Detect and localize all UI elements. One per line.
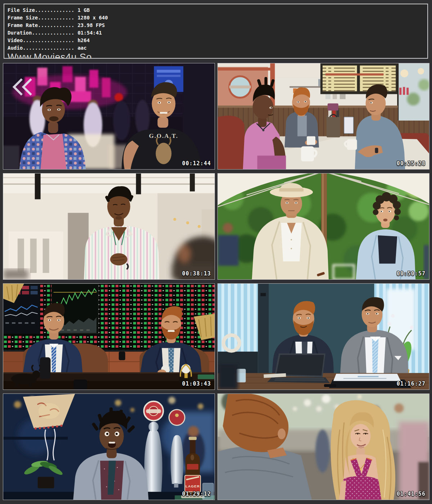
site-watermark: Www.Movies4u.So	[8, 52, 424, 59]
phone	[324, 384, 336, 387]
tap-badge-2	[169, 410, 185, 426]
goat-graphic	[156, 143, 172, 165]
screenshot-grid: G.O.A.T. 00:12:44	[3, 63, 429, 500]
media-info-panel: File Size.............1 GB Frame Size...…	[4, 4, 428, 59]
info-label: File Size.............	[8, 6, 74, 14]
scene-bright-interior	[3, 174, 215, 279]
media-info-row: Frame Size............1280 x 640	[8, 14, 424, 22]
media-info-row: Audio.................aac	[8, 44, 424, 52]
media-info-row: Duration..............01:54:41	[8, 29, 424, 37]
timestamp-badge: 00:50:57	[397, 270, 426, 277]
scene-nightclub: G.O.A.T.	[3, 63, 215, 169]
info-label: Video.................	[8, 37, 74, 44]
booth-bench-left	[218, 116, 246, 169]
timestamp-badge: 01:29:12	[182, 491, 211, 497]
wall-sconce	[261, 293, 266, 296]
green-folder	[198, 374, 214, 379]
info-value: 1 GB	[77, 6, 90, 14]
timestamp-badge: 00:12:44	[182, 160, 211, 167]
screenshot-8: 01:41:56	[217, 393, 429, 500]
timestamp-badge: 01:41:56	[397, 491, 426, 497]
info-label: Frame Size............	[8, 14, 74, 22]
clasped-hands	[110, 253, 127, 265]
black-mug	[73, 379, 87, 390]
media-info-row: File Size.............1 GB	[8, 6, 424, 14]
info-value: h264	[77, 37, 90, 44]
timestamp-badge: 00:38:13	[182, 270, 211, 277]
timestamp-badge: 00:25:28	[397, 160, 426, 167]
scene-pub: LAGER	[3, 394, 215, 500]
timestamp-badge: 01:03:43	[182, 381, 211, 387]
ptz-camera	[119, 352, 125, 360]
screenshot-7: LAGER	[3, 393, 215, 500]
red-light	[114, 93, 123, 102]
info-label: Duration..............	[8, 29, 74, 37]
scene-party	[218, 394, 429, 500]
info-label: Frame Rate............	[8, 22, 74, 29]
goat-shirt-text: G.O.A.T.	[149, 132, 178, 139]
document	[333, 374, 401, 381]
info-value: aac	[77, 44, 86, 52]
screenshot-2: 00:25:28	[217, 63, 429, 170]
lager-label-text: LAGER	[185, 484, 200, 488]
screenshot-6: 01:16:27	[217, 283, 429, 390]
timestamp-badge: 01:16:27	[397, 381, 426, 387]
scene-garden-party	[218, 174, 429, 279]
screenshot-5: 01:03:43	[3, 283, 215, 390]
scene-trading-desk	[3, 284, 215, 390]
menu-card	[344, 117, 354, 134]
media-info-row: Video.................h264	[8, 37, 424, 44]
info-value: 01:54:41	[77, 29, 102, 37]
screenshot-4: 00:50:57	[217, 173, 429, 280]
scene-diner	[218, 63, 429, 169]
screenshot-1: G.O.A.T. 00:12:44	[3, 63, 215, 170]
media-info-row: Frame Rate............23.98 FPS	[8, 22, 424, 29]
street-window	[397, 63, 429, 121]
info-label: Audio.................	[8, 44, 74, 52]
black-tumbler	[40, 357, 51, 379]
scene-office-meeting	[218, 284, 429, 390]
info-value: 23.98 FPS	[77, 22, 105, 29]
info-value: 1280 x 640	[77, 14, 108, 22]
condiment-caddy	[327, 103, 340, 137]
screenshot-3: 00:38:13	[3, 173, 215, 280]
